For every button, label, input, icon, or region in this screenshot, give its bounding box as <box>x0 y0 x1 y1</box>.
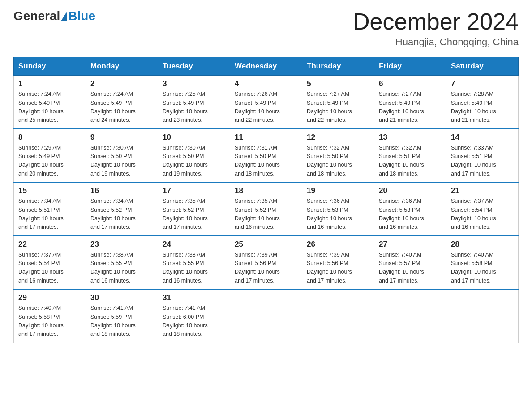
day-info: Sunrise: 7:36 AMSunset: 5:53 PMDaylight:… <box>379 197 442 232</box>
col-header-sunday: Sunday <box>14 57 86 76</box>
day-info: Sunrise: 7:33 AMSunset: 5:51 PMDaylight:… <box>451 144 514 179</box>
day-number: 30 <box>90 293 153 302</box>
calendar-cell: 27Sunrise: 7:40 AMSunset: 5:57 PMDayligh… <box>374 236 446 290</box>
calendar-week-row: 29Sunrise: 7:40 AMSunset: 5:58 PMDayligh… <box>14 289 519 342</box>
day-number: 26 <box>307 240 369 249</box>
calendar-cell: 4Sunrise: 7:26 AMSunset: 5:49 PMDaylight… <box>230 76 302 129</box>
day-info: Sunrise: 7:30 AMSunset: 5:50 PMDaylight:… <box>163 144 225 179</box>
calendar-cell: 2Sunrise: 7:24 AMSunset: 5:49 PMDaylight… <box>86 76 158 129</box>
day-number: 17 <box>163 186 225 195</box>
day-info: Sunrise: 7:38 AMSunset: 5:55 PMDaylight:… <box>163 251 225 286</box>
calendar-cell: 29Sunrise: 7:40 AMSunset: 5:58 PMDayligh… <box>14 289 86 342</box>
day-number: 8 <box>18 133 81 142</box>
day-info: Sunrise: 7:29 AMSunset: 5:49 PMDaylight:… <box>18 144 81 179</box>
day-number: 19 <box>307 186 369 195</box>
logo-general-text: General <box>13 9 60 23</box>
col-header-tuesday: Tuesday <box>158 57 230 76</box>
day-info: Sunrise: 7:41 AMSunset: 5:59 PMDaylight:… <box>90 304 153 339</box>
col-header-saturday: Saturday <box>446 57 519 76</box>
logo: General Blue <box>13 9 95 23</box>
calendar-week-row: 1Sunrise: 7:24 AMSunset: 5:49 PMDaylight… <box>14 76 519 129</box>
day-number: 22 <box>18 240 81 249</box>
day-info: Sunrise: 7:37 AMSunset: 5:54 PMDaylight:… <box>18 251 81 286</box>
day-number: 18 <box>235 186 297 195</box>
day-number: 27 <box>379 240 442 249</box>
day-number: 5 <box>307 79 369 88</box>
calendar-cell: 30Sunrise: 7:41 AMSunset: 5:59 PMDayligh… <box>86 289 158 342</box>
calendar-cell: 25Sunrise: 7:39 AMSunset: 5:56 PMDayligh… <box>230 236 302 290</box>
day-info: Sunrise: 7:36 AMSunset: 5:53 PMDaylight:… <box>307 197 369 232</box>
day-info: Sunrise: 7:34 AMSunset: 5:52 PMDaylight:… <box>90 197 153 232</box>
calendar-cell: 6Sunrise: 7:27 AMSunset: 5:49 PMDaylight… <box>374 76 446 129</box>
day-number: 3 <box>163 79 225 88</box>
day-info: Sunrise: 7:35 AMSunset: 5:52 PMDaylight:… <box>235 197 297 232</box>
page-header: General Blue December 2024 Huangjia, Cho… <box>13 9 519 48</box>
day-number: 13 <box>379 133 442 142</box>
day-number: 7 <box>451 79 514 88</box>
day-info: Sunrise: 7:27 AMSunset: 5:49 PMDaylight:… <box>307 90 369 125</box>
title-section: December 2024 Huangjia, Chongqing, China <box>353 9 519 48</box>
col-header-thursday: Thursday <box>302 57 374 76</box>
calendar-week-row: 22Sunrise: 7:37 AMSunset: 5:54 PMDayligh… <box>14 236 519 290</box>
calendar-cell: 5Sunrise: 7:27 AMSunset: 5:49 PMDaylight… <box>302 76 374 129</box>
calendar-cell: 11Sunrise: 7:31 AMSunset: 5:50 PMDayligh… <box>230 129 302 183</box>
location-text: Huangjia, Chongqing, China <box>353 36 519 48</box>
day-number: 31 <box>163 293 225 302</box>
day-number: 16 <box>90 186 153 195</box>
day-info: Sunrise: 7:26 AMSunset: 5:49 PMDaylight:… <box>235 90 297 125</box>
day-number: 2 <box>90 79 153 88</box>
calendar-cell: 23Sunrise: 7:38 AMSunset: 5:55 PMDayligh… <box>86 236 158 290</box>
month-title: December 2024 <box>353 9 519 34</box>
calendar-cell: 21Sunrise: 7:37 AMSunset: 5:54 PMDayligh… <box>446 182 519 236</box>
calendar-cell: 13Sunrise: 7:32 AMSunset: 5:51 PMDayligh… <box>374 129 446 183</box>
calendar-cell: 20Sunrise: 7:36 AMSunset: 5:53 PMDayligh… <box>374 182 446 236</box>
calendar-header-row: SundayMondayTuesdayWednesdayThursdayFrid… <box>14 57 519 76</box>
calendar-cell: 3Sunrise: 7:25 AMSunset: 5:49 PMDaylight… <box>158 76 230 129</box>
day-number: 24 <box>163 240 225 249</box>
day-info: Sunrise: 7:24 AMSunset: 5:49 PMDaylight:… <box>18 90 81 125</box>
calendar-cell: 24Sunrise: 7:38 AMSunset: 5:55 PMDayligh… <box>158 236 230 290</box>
col-header-monday: Monday <box>86 57 158 76</box>
day-number: 14 <box>451 133 514 142</box>
day-number: 10 <box>163 133 225 142</box>
day-info: Sunrise: 7:40 AMSunset: 5:58 PMDaylight:… <box>18 304 81 339</box>
day-info: Sunrise: 7:27 AMSunset: 5:49 PMDaylight:… <box>379 90 442 125</box>
calendar-cell: 31Sunrise: 7:41 AMSunset: 6:00 PMDayligh… <box>158 289 230 342</box>
day-info: Sunrise: 7:41 AMSunset: 6:00 PMDaylight:… <box>163 304 225 339</box>
day-info: Sunrise: 7:39 AMSunset: 5:56 PMDaylight:… <box>235 251 297 286</box>
col-header-friday: Friday <box>374 57 446 76</box>
calendar-week-row: 8Sunrise: 7:29 AMSunset: 5:49 PMDaylight… <box>14 129 519 183</box>
calendar-cell <box>230 289 302 342</box>
day-number: 29 <box>18 293 81 302</box>
calendar-cell: 26Sunrise: 7:39 AMSunset: 5:56 PMDayligh… <box>302 236 374 290</box>
calendar-week-row: 15Sunrise: 7:34 AMSunset: 5:51 PMDayligh… <box>14 182 519 236</box>
calendar-cell: 28Sunrise: 7:40 AMSunset: 5:58 PMDayligh… <box>446 236 519 290</box>
day-number: 4 <box>235 79 297 88</box>
calendar-cell: 10Sunrise: 7:30 AMSunset: 5:50 PMDayligh… <box>158 129 230 183</box>
day-info: Sunrise: 7:25 AMSunset: 5:49 PMDaylight:… <box>163 90 225 125</box>
day-number: 11 <box>235 133 297 142</box>
day-info: Sunrise: 7:24 AMSunset: 5:49 PMDaylight:… <box>90 90 153 125</box>
calendar-cell: 18Sunrise: 7:35 AMSunset: 5:52 PMDayligh… <box>230 182 302 236</box>
day-info: Sunrise: 7:32 AMSunset: 5:51 PMDaylight:… <box>379 144 442 179</box>
calendar-cell <box>302 289 374 342</box>
calendar-cell: 14Sunrise: 7:33 AMSunset: 5:51 PMDayligh… <box>446 129 519 183</box>
day-info: Sunrise: 7:35 AMSunset: 5:52 PMDaylight:… <box>163 197 225 232</box>
logo-blue-text: Blue <box>68 9 95 23</box>
day-info: Sunrise: 7:34 AMSunset: 5:51 PMDaylight:… <box>18 197 81 232</box>
calendar-cell: 15Sunrise: 7:34 AMSunset: 5:51 PMDayligh… <box>14 182 86 236</box>
calendar-cell: 12Sunrise: 7:32 AMSunset: 5:50 PMDayligh… <box>302 129 374 183</box>
calendar-table: SundayMondayTuesdayWednesdayThursdayFrid… <box>13 57 519 343</box>
day-number: 28 <box>451 240 514 249</box>
day-number: 20 <box>379 186 442 195</box>
logo-triangle-icon <box>61 11 67 21</box>
calendar-cell: 22Sunrise: 7:37 AMSunset: 5:54 PMDayligh… <box>14 236 86 290</box>
day-info: Sunrise: 7:32 AMSunset: 5:50 PMDaylight:… <box>307 144 369 179</box>
calendar-cell: 7Sunrise: 7:28 AMSunset: 5:49 PMDaylight… <box>446 76 519 129</box>
day-number: 15 <box>18 186 81 195</box>
day-number: 21 <box>451 186 514 195</box>
day-info: Sunrise: 7:30 AMSunset: 5:50 PMDaylight:… <box>90 144 153 179</box>
day-number: 12 <box>307 133 369 142</box>
day-number: 23 <box>90 240 153 249</box>
calendar-cell: 16Sunrise: 7:34 AMSunset: 5:52 PMDayligh… <box>86 182 158 236</box>
